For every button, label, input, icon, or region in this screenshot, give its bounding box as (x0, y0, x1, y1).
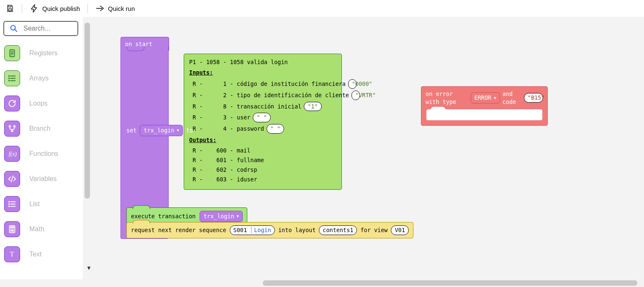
svg-text:f(x): f(x) (9, 151, 17, 158)
sidebar-item-registers[interactable]: Registers (4, 45, 77, 61)
svg-point-5 (9, 80, 10, 81)
input-row: R - 2 - tipo de identificación de client… (189, 90, 336, 100)
horizontal-scrollbar-thumb[interactable] (263, 280, 637, 286)
sidebar-item-loops[interactable]: Loops (4, 96, 77, 111)
svg-point-11 (9, 204, 10, 204)
block-on-error[interactable]: on error with type ERROR▼ and code "B15" (421, 86, 548, 126)
on-error-label-b: and code (503, 90, 521, 106)
input-row: R - 1 - código de institución financiera… (189, 79, 336, 89)
search-box[interactable] (3, 21, 78, 36)
sidebar-expand-icon[interactable]: ▼ (86, 265, 92, 271)
sidebar-item-label: Text (29, 251, 41, 258)
code-icon (4, 171, 20, 187)
sidebar-item-arrays[interactable]: Arrays (4, 70, 77, 86)
svg-point-17 (13, 230, 13, 230)
input-row: R - 3 - user " " (189, 113, 336, 122)
list-icon (4, 196, 20, 212)
sidebar-item-label: Functions (29, 150, 58, 158)
quick-publish-button[interactable]: Quick publish (30, 4, 80, 13)
save-icon[interactable] (6, 4, 14, 13)
separator (22, 4, 22, 13)
layout-pill[interactable]: contents1 (319, 225, 357, 235)
sidebar-item-label: Branch (29, 125, 51, 132)
sidebar: RegistersArraysLoopsBranchf(x)FunctionsV… (0, 17, 82, 287)
svg-point-19 (12, 231, 12, 231)
execute-label: execute transaction (131, 212, 195, 220)
input-value-pill[interactable]: " " (253, 113, 270, 122)
sidebar-item-variables[interactable]: Variables (4, 171, 77, 187)
set-keyword: set (126, 127, 136, 134)
input-row: R - 8 - transacción inicial "1" (189, 102, 336, 111)
sidebar-item-branch[interactable]: Branch (4, 121, 77, 137)
vertical-scrollbar[interactable] (85, 23, 90, 199)
for-view-label: for view (360, 226, 387, 234)
sidebar-item-label: Variables (29, 175, 57, 183)
svg-point-18 (11, 231, 11, 231)
svg-text:T: T (10, 250, 14, 258)
input-value-pill[interactable]: "0000" (348, 79, 357, 89)
block-trx-definition[interactable]: P1 - 1058 - 1058 valida login Inputs: R … (184, 54, 342, 190)
quick-publish-label: Quick publish (42, 5, 80, 12)
on-error-body-slot[interactable] (426, 109, 542, 120)
sidebar-item-functions[interactable]: f(x)Functions (4, 146, 77, 162)
fx-icon: f(x) (4, 146, 20, 162)
to-keyword: to (186, 127, 193, 134)
quick-run-label: Quick run (108, 5, 135, 12)
svg-point-10 (9, 202, 10, 202)
on-error-label-a: on error with type (426, 90, 468, 106)
inputs-heading: Inputs: (189, 69, 336, 77)
sidebar-item-math[interactable]: Math (4, 221, 77, 237)
into-layout-label: into layout (278, 226, 316, 234)
block-request-render[interactable]: request next render sequence S001 Login … (126, 222, 413, 238)
toolbar: Quick publish Quick run (0, 0, 644, 17)
trx-title: P1 - 1058 - 1058 valida login (189, 58, 336, 66)
svg-rect-0 (9, 9, 12, 11)
sidebar-item-label: Registers (29, 49, 58, 57)
request-label: request next render sequence (131, 226, 226, 234)
input-value-pill[interactable]: " " (267, 124, 284, 134)
sidebar-item-list[interactable]: List (4, 196, 77, 212)
svg-point-20 (13, 231, 13, 231)
view-pill[interactable]: V01 (391, 225, 408, 235)
output-row: R - 602 - codrsp (189, 166, 336, 174)
svg-point-12 (9, 206, 10, 207)
svg-point-4 (9, 78, 10, 79)
input-value-pill[interactable]: "1" (304, 102, 321, 111)
svg-rect-14 (10, 227, 13, 228)
block-set-var[interactable]: set trx_login▼ to (126, 125, 193, 136)
output-row: R - 603 - iduser (189, 176, 336, 184)
sidebar-item-text[interactable]: TText (4, 246, 77, 262)
search-icon (9, 24, 18, 33)
list-icon (4, 70, 20, 86)
svg-point-16 (12, 230, 12, 230)
outputs-heading: Outputs: (189, 136, 336, 144)
bolt-icon (30, 4, 39, 13)
calc-icon (4, 221, 20, 237)
sidebar-item-label: Math (29, 225, 44, 233)
canvas[interactable]: ▼ on start set trx_login▼ to P1 - 1058 -… (83, 17, 644, 279)
output-row: R - 601 - fullname (189, 156, 336, 164)
horizontal-scrollbar-track (0, 279, 644, 287)
text-icon: T (4, 246, 20, 262)
sidebar-item-label: Loops (29, 100, 48, 107)
input-value-pill[interactable]: "VRTR" (352, 90, 360, 100)
set-var-dropdown[interactable]: trx_login▼ (140, 125, 183, 136)
error-type-dropdown[interactable]: ERROR▼ (471, 92, 500, 103)
error-code-pill[interactable]: "B15" (524, 93, 543, 103)
sidebar-item-label: List (29, 200, 40, 208)
doc-icon (4, 45, 20, 61)
input-row: R - 4 - password " " (189, 124, 336, 134)
execute-var-dropdown[interactable]: trx_login▼ (200, 211, 243, 222)
separator (87, 4, 88, 13)
svg-point-15 (11, 230, 11, 230)
request-seq-pill[interactable]: S001 Login (230, 225, 275, 235)
svg-point-3 (9, 76, 10, 77)
play-icon (95, 4, 105, 13)
branch-icon (4, 121, 20, 137)
quick-run-button[interactable]: Quick run (95, 4, 135, 13)
loop-icon (4, 96, 20, 111)
output-row: R - 600 - mail (189, 147, 336, 155)
sidebar-item-label: Arrays (29, 75, 49, 82)
